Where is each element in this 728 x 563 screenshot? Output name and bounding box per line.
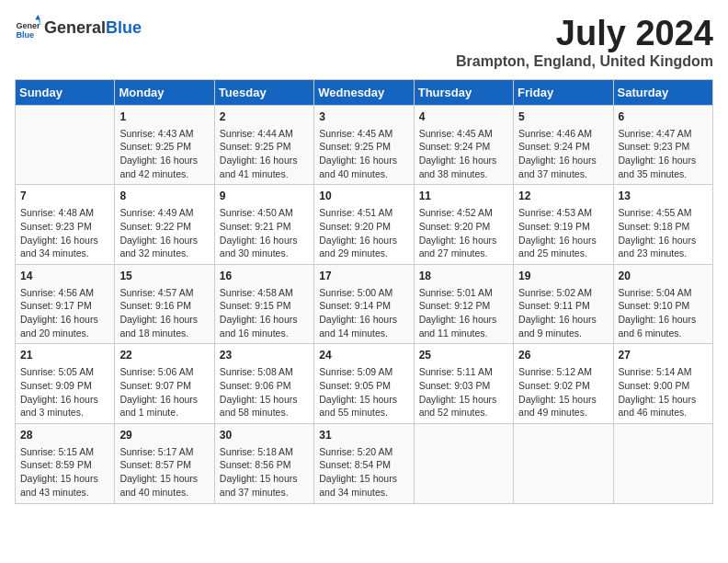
calendar-cell: 6Sunrise: 4:47 AM Sunset: 9:23 PM Daylig…: [613, 105, 712, 185]
calendar-cell: 30Sunrise: 5:18 AM Sunset: 8:56 PM Dayli…: [214, 423, 313, 503]
calendar-cell: [16, 105, 115, 185]
svg-text:Blue: Blue: [16, 30, 34, 40]
day-number: 4: [419, 109, 508, 125]
calendar-cell: 19Sunrise: 5:02 AM Sunset: 9:11 PM Dayli…: [514, 264, 613, 344]
svg-marker-2: [35, 15, 40, 20]
day-number: 18: [419, 269, 508, 284]
calendar-cell: 3Sunrise: 4:45 AM Sunset: 9:25 PM Daylig…: [314, 105, 414, 185]
calendar-cell: 7Sunrise: 4:48 AM Sunset: 9:23 PM Daylig…: [16, 185, 115, 265]
cell-info: Sunrise: 5:01 AM Sunset: 9:12 PM Dayligh…: [419, 286, 508, 340]
day-number: 24: [319, 348, 408, 363]
calendar-cell: 21Sunrise: 5:05 AM Sunset: 9:09 PM Dayli…: [16, 344, 115, 424]
day-number: 23: [220, 348, 309, 363]
weekday-header-wednesday: Wednesday: [314, 79, 414, 105]
cell-info: Sunrise: 5:04 AM Sunset: 9:10 PM Dayligh…: [619, 286, 708, 340]
cell-info: Sunrise: 5:06 AM Sunset: 9:07 PM Dayligh…: [119, 365, 209, 419]
cell-info: Sunrise: 5:02 AM Sunset: 9:11 PM Dayligh…: [518, 286, 608, 340]
weekday-header-tuesday: Tuesday: [214, 79, 313, 105]
cell-info: Sunrise: 4:55 AM Sunset: 9:18 PM Dayligh…: [619, 206, 708, 260]
title-block: July 2024 Brampton, England, United King…: [456, 15, 713, 70]
day-number: 11: [419, 189, 508, 204]
calendar-week-row: 28Sunrise: 5:15 AM Sunset: 8:59 PM Dayli…: [16, 423, 713, 503]
day-number: 17: [319, 269, 408, 284]
cell-info: Sunrise: 4:56 AM Sunset: 9:17 PM Dayligh…: [20, 286, 109, 340]
day-number: 13: [619, 189, 708, 204]
calendar-cell: 10Sunrise: 4:51 AM Sunset: 9:20 PM Dayli…: [314, 185, 414, 265]
location: Brampton, England, United Kingdom: [456, 53, 713, 70]
cell-info: Sunrise: 4:48 AM Sunset: 9:23 PM Dayligh…: [20, 206, 109, 260]
day-number: 27: [619, 348, 708, 363]
calendar-cell: 17Sunrise: 5:00 AM Sunset: 9:14 PM Dayli…: [314, 264, 414, 344]
calendar-cell: [514, 423, 613, 503]
day-number: 30: [220, 428, 309, 443]
cell-info: Sunrise: 4:57 AM Sunset: 9:16 PM Dayligh…: [119, 286, 209, 340]
cell-info: Sunrise: 4:47 AM Sunset: 9:23 PM Dayligh…: [619, 127, 708, 181]
day-number: 14: [20, 269, 109, 284]
cell-info: Sunrise: 4:50 AM Sunset: 9:21 PM Dayligh…: [220, 206, 309, 260]
day-number: 19: [518, 269, 608, 284]
calendar-cell: 14Sunrise: 4:56 AM Sunset: 9:17 PM Dayli…: [16, 264, 115, 344]
logo-icon: General Blue: [15, 15, 40, 40]
cell-info: Sunrise: 4:58 AM Sunset: 9:15 PM Dayligh…: [220, 286, 309, 340]
calendar-cell: 5Sunrise: 4:46 AM Sunset: 9:24 PM Daylig…: [514, 105, 613, 185]
cell-info: Sunrise: 5:18 AM Sunset: 8:56 PM Dayligh…: [220, 445, 309, 500]
logo-general: General: [44, 18, 106, 37]
calendar-cell: [414, 423, 513, 503]
cell-info: Sunrise: 5:17 AM Sunset: 8:57 PM Dayligh…: [119, 445, 209, 500]
day-number: 16: [220, 269, 309, 284]
day-number: 22: [119, 348, 209, 363]
calendar-week-row: 14Sunrise: 4:56 AM Sunset: 9:17 PM Dayli…: [16, 264, 713, 344]
calendar-cell: 28Sunrise: 5:15 AM Sunset: 8:59 PM Dayli…: [16, 423, 115, 503]
day-number: 9: [220, 189, 309, 204]
day-number: 31: [319, 428, 408, 443]
weekday-header-sunday: Sunday: [16, 79, 115, 105]
cell-info: Sunrise: 4:51 AM Sunset: 9:20 PM Dayligh…: [319, 206, 408, 260]
day-number: 12: [518, 189, 608, 204]
cell-info: Sunrise: 5:14 AM Sunset: 9:00 PM Dayligh…: [619, 365, 708, 419]
calendar-cell: 24Sunrise: 5:09 AM Sunset: 9:05 PM Dayli…: [314, 344, 414, 424]
calendar-cell: 13Sunrise: 4:55 AM Sunset: 9:18 PM Dayli…: [613, 185, 712, 265]
day-number: 2: [220, 109, 309, 125]
calendar-cell: 8Sunrise: 4:49 AM Sunset: 9:22 PM Daylig…: [115, 185, 214, 265]
day-number: 21: [20, 348, 109, 363]
calendar-cell: 16Sunrise: 4:58 AM Sunset: 9:15 PM Dayli…: [214, 264, 313, 344]
cell-info: Sunrise: 4:49 AM Sunset: 9:22 PM Dayligh…: [119, 206, 209, 260]
calendar-cell: 29Sunrise: 5:17 AM Sunset: 8:57 PM Dayli…: [115, 423, 214, 503]
cell-info: Sunrise: 4:45 AM Sunset: 9:25 PM Dayligh…: [319, 127, 408, 181]
calendar-cell: 15Sunrise: 4:57 AM Sunset: 9:16 PM Dayli…: [115, 264, 214, 344]
weekday-header-row: SundayMondayTuesdayWednesdayThursdayFrid…: [16, 79, 713, 105]
cell-info: Sunrise: 4:44 AM Sunset: 9:25 PM Dayligh…: [220, 127, 309, 181]
calendar-week-row: 7Sunrise: 4:48 AM Sunset: 9:23 PM Daylig…: [16, 185, 713, 265]
logo-blue: Blue: [106, 18, 142, 37]
calendar-cell: [613, 423, 712, 503]
calendar-week-row: 1Sunrise: 4:43 AM Sunset: 9:25 PM Daylig…: [16, 105, 713, 185]
calendar-cell: 12Sunrise: 4:53 AM Sunset: 9:19 PM Dayli…: [514, 185, 613, 265]
calendar-cell: 18Sunrise: 5:01 AM Sunset: 9:12 PM Dayli…: [414, 264, 513, 344]
logo: General Blue GeneralBlue: [15, 15, 142, 40]
calendar-cell: 27Sunrise: 5:14 AM Sunset: 9:00 PM Dayli…: [613, 344, 712, 424]
cell-info: Sunrise: 5:09 AM Sunset: 9:05 PM Dayligh…: [319, 365, 408, 419]
calendar-cell: 1Sunrise: 4:43 AM Sunset: 9:25 PM Daylig…: [115, 105, 214, 185]
calendar-cell: 9Sunrise: 4:50 AM Sunset: 9:21 PM Daylig…: [214, 185, 313, 265]
day-number: 1: [119, 109, 209, 125]
cell-info: Sunrise: 4:53 AM Sunset: 9:19 PM Dayligh…: [518, 206, 608, 260]
day-number: 10: [319, 189, 408, 204]
day-number: 29: [119, 428, 209, 443]
weekday-header-thursday: Thursday: [414, 79, 513, 105]
calendar-week-row: 21Sunrise: 5:05 AM Sunset: 9:09 PM Dayli…: [16, 344, 713, 424]
cell-info: Sunrise: 5:05 AM Sunset: 9:09 PM Dayligh…: [20, 365, 109, 419]
calendar-cell: 20Sunrise: 5:04 AM Sunset: 9:10 PM Dayli…: [613, 264, 712, 344]
day-number: 15: [119, 269, 209, 284]
calendar-cell: 23Sunrise: 5:08 AM Sunset: 9:06 PM Dayli…: [214, 344, 313, 424]
day-number: 28: [20, 428, 109, 443]
day-number: 6: [619, 109, 708, 125]
calendar-cell: 22Sunrise: 5:06 AM Sunset: 9:07 PM Dayli…: [115, 344, 214, 424]
day-number: 7: [20, 189, 109, 204]
cell-info: Sunrise: 5:12 AM Sunset: 9:02 PM Dayligh…: [518, 365, 608, 419]
cell-info: Sunrise: 5:08 AM Sunset: 9:06 PM Dayligh…: [220, 365, 309, 419]
cell-info: Sunrise: 5:15 AM Sunset: 8:59 PM Dayligh…: [20, 445, 109, 500]
cell-info: Sunrise: 4:43 AM Sunset: 9:25 PM Dayligh…: [119, 127, 209, 181]
weekday-header-saturday: Saturday: [613, 79, 712, 105]
calendar-cell: 2Sunrise: 4:44 AM Sunset: 9:25 PM Daylig…: [214, 105, 313, 185]
month-year: July 2024: [456, 15, 713, 53]
